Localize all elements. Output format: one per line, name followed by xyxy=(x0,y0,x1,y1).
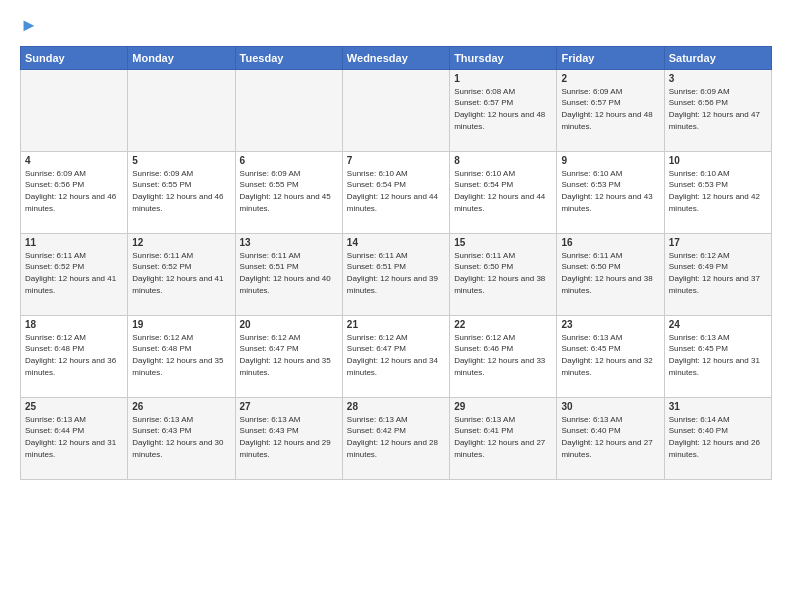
day-number: 2 xyxy=(561,73,659,84)
day-number: 20 xyxy=(240,319,338,330)
calendar-cell: 10Sunrise: 6:10 AM Sunset: 6:53 PM Dayli… xyxy=(664,151,771,233)
calendar-cell: 2Sunrise: 6:09 AM Sunset: 6:57 PM Daylig… xyxy=(557,69,664,151)
calendar-cell: 25Sunrise: 6:13 AM Sunset: 6:44 PM Dayli… xyxy=(21,397,128,479)
day-info: Sunrise: 6:11 AM Sunset: 6:51 PM Dayligh… xyxy=(240,250,338,296)
weekday-header-tuesday: Tuesday xyxy=(235,46,342,69)
day-info: Sunrise: 6:08 AM Sunset: 6:57 PM Dayligh… xyxy=(454,86,552,132)
calendar-cell: 15Sunrise: 6:11 AM Sunset: 6:50 PM Dayli… xyxy=(450,233,557,315)
day-number: 10 xyxy=(669,155,767,166)
week-row-3: 11Sunrise: 6:11 AM Sunset: 6:52 PM Dayli… xyxy=(21,233,772,315)
day-info: Sunrise: 6:12 AM Sunset: 6:47 PM Dayligh… xyxy=(347,332,445,378)
day-info: Sunrise: 6:11 AM Sunset: 6:52 PM Dayligh… xyxy=(25,250,123,296)
day-info: Sunrise: 6:09 AM Sunset: 6:56 PM Dayligh… xyxy=(25,168,123,214)
calendar-cell: 29Sunrise: 6:13 AM Sunset: 6:41 PM Dayli… xyxy=(450,397,557,479)
calendar-cell: 22Sunrise: 6:12 AM Sunset: 6:46 PM Dayli… xyxy=(450,315,557,397)
calendar-cell: 1Sunrise: 6:08 AM Sunset: 6:57 PM Daylig… xyxy=(450,69,557,151)
day-info: Sunrise: 6:13 AM Sunset: 6:41 PM Dayligh… xyxy=(454,414,552,460)
day-number: 6 xyxy=(240,155,338,166)
calendar-cell xyxy=(342,69,449,151)
day-number: 30 xyxy=(561,401,659,412)
calendar-cell: 31Sunrise: 6:14 AM Sunset: 6:40 PM Dayli… xyxy=(664,397,771,479)
weekday-header-wednesday: Wednesday xyxy=(342,46,449,69)
calendar-cell: 6Sunrise: 6:09 AM Sunset: 6:55 PM Daylig… xyxy=(235,151,342,233)
day-info: Sunrise: 6:12 AM Sunset: 6:46 PM Dayligh… xyxy=(454,332,552,378)
calendar-cell xyxy=(21,69,128,151)
page: ► SundayMondayTuesdayWednesdayThursdayFr… xyxy=(0,0,792,612)
calendar-cell: 30Sunrise: 6:13 AM Sunset: 6:40 PM Dayli… xyxy=(557,397,664,479)
day-info: Sunrise: 6:11 AM Sunset: 6:51 PM Dayligh… xyxy=(347,250,445,296)
day-number: 8 xyxy=(454,155,552,166)
day-info: Sunrise: 6:13 AM Sunset: 6:43 PM Dayligh… xyxy=(240,414,338,460)
day-info: Sunrise: 6:13 AM Sunset: 6:42 PM Dayligh… xyxy=(347,414,445,460)
weekday-header-monday: Monday xyxy=(128,46,235,69)
day-number: 19 xyxy=(132,319,230,330)
day-info: Sunrise: 6:13 AM Sunset: 6:43 PM Dayligh… xyxy=(132,414,230,460)
day-number: 31 xyxy=(669,401,767,412)
calendar-header: SundayMondayTuesdayWednesdayThursdayFrid… xyxy=(21,46,772,69)
calendar-cell: 8Sunrise: 6:10 AM Sunset: 6:54 PM Daylig… xyxy=(450,151,557,233)
day-number: 21 xyxy=(347,319,445,330)
header: ► xyxy=(20,16,772,36)
day-info: Sunrise: 6:12 AM Sunset: 6:49 PM Dayligh… xyxy=(669,250,767,296)
calendar-cell: 19Sunrise: 6:12 AM Sunset: 6:48 PM Dayli… xyxy=(128,315,235,397)
day-number: 23 xyxy=(561,319,659,330)
day-info: Sunrise: 6:10 AM Sunset: 6:53 PM Dayligh… xyxy=(669,168,767,214)
day-info: Sunrise: 6:09 AM Sunset: 6:55 PM Dayligh… xyxy=(240,168,338,214)
day-number: 7 xyxy=(347,155,445,166)
weekday-header-friday: Friday xyxy=(557,46,664,69)
calendar-cell: 17Sunrise: 6:12 AM Sunset: 6:49 PM Dayli… xyxy=(664,233,771,315)
day-number: 24 xyxy=(669,319,767,330)
calendar-table: SundayMondayTuesdayWednesdayThursdayFrid… xyxy=(20,46,772,480)
weekday-header-sunday: Sunday xyxy=(21,46,128,69)
day-number: 25 xyxy=(25,401,123,412)
day-info: Sunrise: 6:09 AM Sunset: 6:56 PM Dayligh… xyxy=(669,86,767,132)
day-number: 13 xyxy=(240,237,338,248)
day-info: Sunrise: 6:10 AM Sunset: 6:54 PM Dayligh… xyxy=(454,168,552,214)
calendar-cell: 27Sunrise: 6:13 AM Sunset: 6:43 PM Dayli… xyxy=(235,397,342,479)
day-info: Sunrise: 6:10 AM Sunset: 6:53 PM Dayligh… xyxy=(561,168,659,214)
day-number: 29 xyxy=(454,401,552,412)
week-row-5: 25Sunrise: 6:13 AM Sunset: 6:44 PM Dayli… xyxy=(21,397,772,479)
day-number: 22 xyxy=(454,319,552,330)
day-number: 11 xyxy=(25,237,123,248)
day-info: Sunrise: 6:11 AM Sunset: 6:50 PM Dayligh… xyxy=(454,250,552,296)
calendar-cell: 3Sunrise: 6:09 AM Sunset: 6:56 PM Daylig… xyxy=(664,69,771,151)
calendar-cell xyxy=(128,69,235,151)
logo-icon-triangle: ► xyxy=(20,15,38,35)
calendar-cell: 7Sunrise: 6:10 AM Sunset: 6:54 PM Daylig… xyxy=(342,151,449,233)
calendar-cell: 23Sunrise: 6:13 AM Sunset: 6:45 PM Dayli… xyxy=(557,315,664,397)
calendar-cell: 20Sunrise: 6:12 AM Sunset: 6:47 PM Dayli… xyxy=(235,315,342,397)
day-number: 26 xyxy=(132,401,230,412)
week-row-4: 18Sunrise: 6:12 AM Sunset: 6:48 PM Dayli… xyxy=(21,315,772,397)
weekday-header-saturday: Saturday xyxy=(664,46,771,69)
day-number: 16 xyxy=(561,237,659,248)
day-number: 5 xyxy=(132,155,230,166)
day-info: Sunrise: 6:12 AM Sunset: 6:48 PM Dayligh… xyxy=(132,332,230,378)
calendar-cell: 12Sunrise: 6:11 AM Sunset: 6:52 PM Dayli… xyxy=(128,233,235,315)
day-number: 4 xyxy=(25,155,123,166)
calendar-cell: 14Sunrise: 6:11 AM Sunset: 6:51 PM Dayli… xyxy=(342,233,449,315)
day-number: 14 xyxy=(347,237,445,248)
calendar-cell: 28Sunrise: 6:13 AM Sunset: 6:42 PM Dayli… xyxy=(342,397,449,479)
calendar-cell: 16Sunrise: 6:11 AM Sunset: 6:50 PM Dayli… xyxy=(557,233,664,315)
day-info: Sunrise: 6:12 AM Sunset: 6:47 PM Dayligh… xyxy=(240,332,338,378)
day-number: 28 xyxy=(347,401,445,412)
logo-text: ► xyxy=(20,16,38,36)
day-info: Sunrise: 6:13 AM Sunset: 6:45 PM Dayligh… xyxy=(669,332,767,378)
day-info: Sunrise: 6:09 AM Sunset: 6:55 PM Dayligh… xyxy=(132,168,230,214)
day-info: Sunrise: 6:13 AM Sunset: 6:44 PM Dayligh… xyxy=(25,414,123,460)
week-row-1: 1Sunrise: 6:08 AM Sunset: 6:57 PM Daylig… xyxy=(21,69,772,151)
day-number: 17 xyxy=(669,237,767,248)
calendar-cell: 11Sunrise: 6:11 AM Sunset: 6:52 PM Dayli… xyxy=(21,233,128,315)
day-info: Sunrise: 6:11 AM Sunset: 6:50 PM Dayligh… xyxy=(561,250,659,296)
calendar-cell: 9Sunrise: 6:10 AM Sunset: 6:53 PM Daylig… xyxy=(557,151,664,233)
calendar-cell: 13Sunrise: 6:11 AM Sunset: 6:51 PM Dayli… xyxy=(235,233,342,315)
day-info: Sunrise: 6:13 AM Sunset: 6:45 PM Dayligh… xyxy=(561,332,659,378)
day-number: 27 xyxy=(240,401,338,412)
day-number: 18 xyxy=(25,319,123,330)
day-info: Sunrise: 6:11 AM Sunset: 6:52 PM Dayligh… xyxy=(132,250,230,296)
weekday-header-thursday: Thursday xyxy=(450,46,557,69)
header-row: SundayMondayTuesdayWednesdayThursdayFrid… xyxy=(21,46,772,69)
day-number: 12 xyxy=(132,237,230,248)
calendar-cell xyxy=(235,69,342,151)
